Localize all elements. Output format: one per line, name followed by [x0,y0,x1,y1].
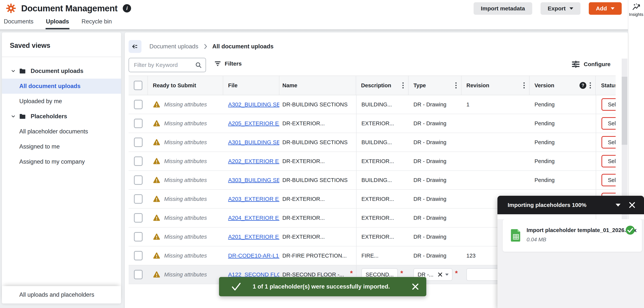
file-link[interactable]: A122_SECOND FLOOR [228,271,279,278]
help-icon[interactable]: ? [580,82,586,89]
file-link[interactable]: DR-CODE10-AR-L1-TO [228,253,279,259]
description-text: EXTERIOR... [362,120,394,127]
row-checkbox[interactable] [134,156,142,166]
insights-nav[interactable]: Insights [628,3,644,17]
tab-recycle-bin[interactable]: Recycle bin [81,18,112,29]
row-checkbox[interactable] [134,232,142,242]
scrollbar-thumb[interactable] [622,77,627,145]
file-link[interactable]: A204_EXTERIOR ELEV [228,215,279,221]
column-menu-icon[interactable] [523,82,525,89]
chevron-down-icon [611,7,614,10]
column-header-description[interactable]: Description [356,76,408,95]
saved-views-tree: Document uploadsAll document uploadsUplo… [2,63,121,169]
tab-uploads[interactable]: Uploads [46,18,70,29]
row-checkbox[interactable] [134,119,142,128]
table-row: Missing attributesA301_BUILDING SECTDR-B… [128,133,616,152]
sliders-icon [572,60,580,68]
breadcrumb-parent[interactable]: Document uploads [150,43,198,50]
keyword-filter-input[interactable] [129,62,194,68]
info-icon[interactable]: i [123,4,131,12]
import-progress-panel: Importing placeholders 100% Import place… [498,196,644,308]
import-panel-header: Importing placeholders 100% [498,196,644,214]
app-header: Document Management i Import metadata Ex… [0,0,644,29]
type-text: DR - Drawing [414,120,446,127]
imported-file-name: Import placeholder template_01_2026.xlsx [526,227,636,233]
name-text: DR-EXTERIOR... [282,120,325,127]
add-button[interactable]: Add [589,2,622,15]
close-icon[interactable] [628,201,636,209]
status-select-button[interactable]: Select... [602,98,616,111]
file-link[interactable]: A303_BUILDING SEC [228,177,279,183]
type-text: DR - Drawing [414,101,446,108]
search-icon[interactable] [195,62,202,68]
collapse-sidebar-button[interactable] [128,40,142,53]
version-text: Pending [534,139,554,145]
column-header-revision[interactable]: Revision [462,76,530,95]
description-text: EXTERIOR... [362,234,394,240]
clear-icon[interactable] [438,272,442,277]
sidebar-item-document-uploads[interactable]: Document uploads [2,63,121,79]
row-checkbox[interactable] [134,100,142,109]
name-text: DR-EXTERIOR... [282,196,325,202]
sidebar-item-all-uploads-and-placeholders[interactable]: All uploads and placeholders [2,286,121,304]
sidebar-item-all-placeholder-documents[interactable]: All placeholder documents [2,124,121,139]
row-checkbox[interactable] [134,251,142,260]
close-icon[interactable] [412,283,419,291]
column-header-name[interactable]: Name [279,76,356,95]
table-row: Missing attributesA205_EXTERIOR ELEVDR-E… [128,114,616,133]
app-logo-gear-icon [6,3,16,13]
file-link[interactable]: A203_EXTERIOR ELEV [228,196,279,202]
status-select-button[interactable]: Select... [602,117,616,130]
ready-status-text: Missing attributes [164,215,207,221]
row-checkbox[interactable] [134,138,142,147]
file-link[interactable]: A205_EXTERIOR ELEV [228,120,279,127]
required-asterisk: * [455,270,458,277]
column-header-status[interactable]: Status [596,76,616,95]
row-checkbox[interactable] [134,194,142,204]
column-header-ready-to-submit[interactable]: Ready to Submit [148,76,223,95]
row-checkbox[interactable] [134,270,142,279]
select-all-checkbox[interactable] [134,81,142,90]
name-text: DR-BUILDING SECTIONS [282,139,348,145]
sidebar-item-assigned-to-me[interactable]: Assigned to me [2,139,121,154]
description-text: EXTERIOR... [362,158,394,164]
column-menu-icon[interactable] [455,82,457,89]
sidebar-item-assigned-to-my-company[interactable]: Assigned to my company [2,154,121,169]
imported-file-size: 0.04 MB [526,237,546,243]
row-checkbox[interactable] [134,175,142,185]
file-link[interactable]: A302_BUILDING SEC [228,101,279,108]
file-link[interactable]: A201_EXTERIOR ELEV [228,234,279,240]
file-link[interactable]: A202_EXTERIOR ELEV [228,158,279,164]
column-header-type[interactable]: Type [408,76,462,95]
type-text: DR - Drawing [414,253,446,259]
import-panel-body: Import placeholder template_01_2026.xlsx… [498,219,644,308]
filters-button[interactable]: Filters [214,60,242,67]
warning-icon [153,196,160,202]
table-row: Missing attributesA303_BUILDING SECDR-BU… [128,171,616,190]
import-metadata-button[interactable]: Import metadata [474,2,532,15]
column-menu-icon[interactable] [402,82,404,89]
tab-documents[interactable]: Documents [4,18,34,29]
sidebar-item-placeholders[interactable]: Placeholders [2,109,121,124]
chevron-right-icon [203,44,208,49]
file-link[interactable]: A301_BUILDING SECT [228,139,279,145]
version-text: Pending [534,101,554,108]
minimize-icon[interactable] [616,204,620,207]
export-button[interactable]: Export [540,2,580,15]
column-header-version[interactable]: Version ? [530,76,596,95]
warning-icon [153,101,160,108]
status-select-button[interactable]: Select... [602,155,616,167]
ready-status-text: Missing attributes [164,234,207,240]
status-select-button[interactable]: Select... [602,174,616,186]
column-menu-icon[interactable] [589,82,591,89]
sidebar-item-uploaded-by-me[interactable]: Uploaded by me [2,94,121,109]
column-header-file[interactable]: File [223,76,279,95]
row-checkbox[interactable] [134,213,142,223]
sidebar-item-all-document-uploads[interactable]: All document uploads [2,79,121,94]
configure-button[interactable]: Configure [572,60,610,68]
import-panel-title: Importing placeholders 100% [508,202,586,208]
warning-icon [153,139,160,146]
insights-icon [632,3,640,11]
status-select-button[interactable]: Select... [602,136,616,149]
ready-status-text: Missing attributes [164,139,207,145]
